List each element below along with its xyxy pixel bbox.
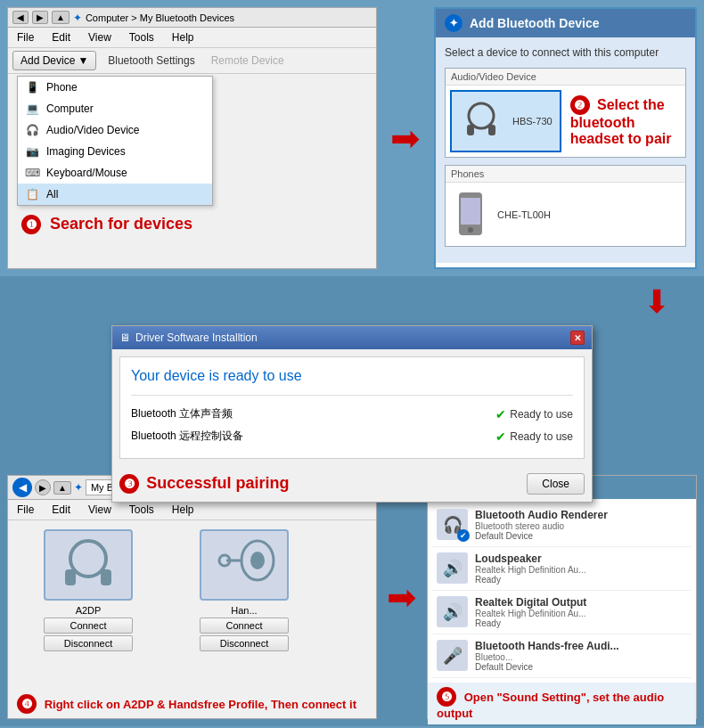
phones-group: Phones CHE-TL00H bbox=[445, 165, 686, 247]
close-dialog-x-button[interactable]: ✕ bbox=[570, 331, 585, 345]
step5-text-label: Open "Sound Setting", set the audio outp… bbox=[437, 691, 664, 720]
che-device-item[interactable]: CHE-TL00H bbox=[446, 183, 685, 246]
top-address-bar: ◀ ▶ ▲ ✦ Computer > My Bluetooth Devices bbox=[8, 8, 376, 28]
hbs730-label: HBS-730 bbox=[512, 116, 553, 127]
add-bluetooth-header: ✦ Add Bluetooth Device bbox=[436, 9, 695, 37]
a2dp-device-image bbox=[44, 529, 133, 601]
handsfree-disconnect-button[interactable]: Disconnect bbox=[200, 635, 289, 651]
dropdown-audio-label: Audio/Video Device bbox=[46, 124, 140, 136]
address-path: Computer > My Bluetooth Devices bbox=[86, 12, 234, 23]
bottom-menu-file[interactable]: File bbox=[12, 502, 38, 518]
bottom-menu-edit[interactable]: Edit bbox=[47, 502, 75, 518]
dialog-divider bbox=[131, 395, 573, 396]
menu-help[interactable]: Help bbox=[168, 29, 199, 45]
dropdown-imaging[interactable]: 📷 Imaging Devices bbox=[18, 141, 212, 162]
dropdown-phone-label: Phone bbox=[46, 81, 78, 94]
dropdown-keyboard[interactable]: ⌨ Keyboard/Mouse bbox=[18, 162, 212, 184]
step1-text: Search for devices bbox=[50, 215, 192, 233]
down-arrow-1: ⬇ bbox=[643, 283, 670, 321]
a2dp-name: A2DP bbox=[76, 605, 102, 616]
bluetooth-settings-link[interactable]: Bluetooth Settings bbox=[103, 52, 199, 70]
dialog-content: Your device is ready to use Bluetooth 立体… bbox=[119, 356, 585, 459]
svg-rect-7 bbox=[65, 569, 76, 585]
forward-button-bottom[interactable]: ▶ bbox=[35, 479, 51, 495]
bottom-menu-tools[interactable]: Tools bbox=[125, 502, 159, 518]
bt-audio-status: Default Device bbox=[475, 531, 687, 541]
dropdown-keyboard-label: Keyboard/Mouse bbox=[46, 167, 127, 179]
dialog-device-row-1: Bluetooth 立体声音频 ✔ Ready to use bbox=[131, 403, 573, 425]
handsfree-buttons: Han... Connect Disconnect bbox=[173, 603, 315, 651]
dialog-device-1: Bluetooth 立体声音频 bbox=[131, 406, 233, 421]
a2dp-disconnect-button[interactable]: Disconnect bbox=[44, 635, 133, 651]
phones-group-title: Phones bbox=[446, 166, 685, 183]
computer-icon: 💻 bbox=[25, 102, 39, 116]
svg-point-5 bbox=[468, 227, 473, 233]
bottom-menu-help[interactable]: Help bbox=[168, 502, 199, 518]
dialog-success-text: Your device is ready to use bbox=[131, 368, 573, 384]
step4-number: ❹ bbox=[17, 694, 37, 714]
driver-dialog-title: Driver Software Installtion bbox=[135, 331, 258, 344]
step3-container: ❸ Successful pairing bbox=[119, 474, 289, 494]
che-label: CHE-TL00H bbox=[497, 209, 551, 220]
step5-number: ❺ bbox=[437, 687, 456, 707]
dropdown-phone[interactable]: 📱 Phone bbox=[18, 77, 212, 98]
hbs730-device-item[interactable]: HBS-730 bbox=[450, 90, 561, 152]
forward-button[interactable]: ▶ bbox=[32, 11, 48, 24]
menu-file[interactable]: File bbox=[12, 29, 38, 45]
add-device-button[interactable]: Add Device ▼ bbox=[12, 51, 96, 70]
bt-hands-status: Default Device bbox=[475, 662, 687, 672]
dropdown-menu: 📱 Phone 💻 Computer 🎧 Audio/Video Device … bbox=[17, 76, 213, 206]
middle-section: ⬇ 🖥 Driver Software Installtion ✕ Your d… bbox=[0, 276, 704, 468]
handsfree-name: Han... bbox=[231, 605, 257, 616]
status-text-2: Ready to use bbox=[510, 430, 573, 443]
up-button-bottom[interactable]: ▲ bbox=[53, 481, 71, 495]
dropdown-audio[interactable]: 🎧 Audio/Video Device bbox=[18, 119, 212, 141]
status-text-1: Ready to use bbox=[510, 408, 573, 421]
keyboard-icon: ⌨ bbox=[25, 166, 39, 180]
sound-device-bt-hands: 🎤 Bluetooth Hands-free Audi... Bluetoo..… bbox=[432, 634, 692, 678]
step1-label: ❶ Search for devices bbox=[8, 206, 376, 243]
handsfree-connect-button[interactable]: Connect bbox=[200, 618, 289, 634]
step4-container: ❹ Right click on A2DP & Handsfree Profil… bbox=[8, 690, 376, 718]
menu-tools[interactable]: Tools bbox=[125, 29, 159, 45]
svg-point-10 bbox=[250, 552, 265, 569]
check-icon-1: ✔ bbox=[495, 407, 506, 421]
menu-view[interactable]: View bbox=[84, 29, 116, 45]
bottom-menu-view[interactable]: View bbox=[84, 502, 116, 518]
handsfree-device-image bbox=[200, 529, 289, 601]
dropdown-imaging-label: Imaging Devices bbox=[46, 145, 126, 158]
a2dp-buttons: A2DP Connect Disconnect bbox=[17, 603, 160, 651]
menu-edit[interactable]: Edit bbox=[47, 29, 75, 45]
bt-audio-icon: 🎧 ✔ bbox=[437, 509, 468, 540]
dialog-footer: ❸ Successful pairing Close bbox=[112, 466, 592, 502]
a2dp-connect-button[interactable]: Connect bbox=[44, 618, 133, 634]
dropdown-all[interactable]: 📋 All bbox=[18, 184, 212, 205]
step3-text: Successful pairing bbox=[146, 474, 289, 492]
svg-point-6 bbox=[70, 541, 106, 577]
svg-rect-1 bbox=[467, 125, 474, 135]
bt-hands-desc: Bluetoo... bbox=[475, 652, 687, 662]
step4-text-label: Right click on A2DP & Handsfree Profile,… bbox=[45, 698, 356, 711]
bottom-section: ◀ ▶ ▲ ✦ My Bluetooth Devices >HBS-730 ↦ … bbox=[0, 468, 704, 726]
top-section: ◀ ▶ ▲ ✦ Computer > My Bluetooth Devices … bbox=[0, 0, 704, 276]
a2dp-device-card: A2DP Connect Disconnect bbox=[17, 529, 160, 681]
bluetooth-icon-bottom: ✦ bbox=[74, 481, 83, 494]
sound-settings-content: 🎧 ✔ Bluetooth Audio Renderer Bluetooth s… bbox=[428, 499, 696, 683]
close-dialog-button[interactable]: Close bbox=[527, 473, 585, 495]
imaging-icon: 📷 bbox=[25, 144, 39, 159]
up-button[interactable]: ▲ bbox=[52, 11, 70, 24]
back-button-bottom[interactable]: ◀ bbox=[12, 478, 32, 497]
ready-status-2: ✔ Ready to use bbox=[495, 429, 573, 444]
top-toolbar: Add Device ▼ Bluetooth Settings Remote D… bbox=[8, 48, 376, 74]
svg-point-0 bbox=[469, 103, 494, 128]
svg-rect-4 bbox=[461, 198, 480, 225]
add-device-label: Add Device bbox=[20, 54, 75, 67]
back-button[interactable]: ◀ bbox=[12, 11, 29, 24]
dropdown-arrow-icon: ▼ bbox=[78, 54, 88, 67]
realtek-status: Ready bbox=[475, 618, 687, 628]
dialog-titlebar: 🖥 Driver Software Installtion ✕ bbox=[112, 326, 592, 349]
dropdown-computer[interactable]: 💻 Computer bbox=[18, 98, 212, 119]
add-bluetooth-panel: ✦ Add Bluetooth Device Select a device t… bbox=[434, 7, 697, 269]
all-icon: 📋 bbox=[25, 187, 39, 201]
bt-hands-icon: 🎤 bbox=[437, 640, 468, 671]
